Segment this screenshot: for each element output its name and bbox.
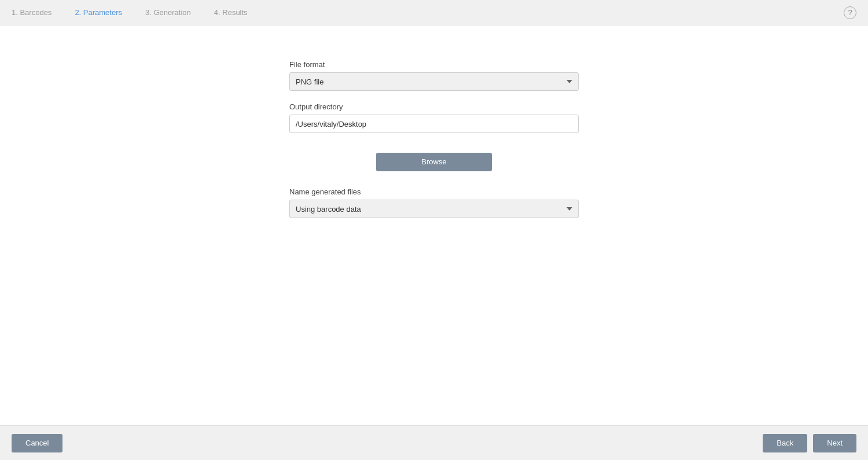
step-barcodes: 1. Barcodes [12, 8, 52, 17]
name-files-label: Name generated files [289, 187, 579, 196]
step-parameters: 2. Parameters [75, 8, 122, 17]
form-container: File format PNG file JPEG file SVG file … [289, 60, 579, 230]
step-generation: 3. Generation [145, 8, 191, 17]
back-button[interactable]: Back [763, 434, 807, 452]
output-directory-label: Output directory [289, 102, 579, 111]
footer-right: Back Next [763, 434, 856, 452]
footer-left: Cancel [12, 434, 62, 452]
step-results: 4. Results [214, 8, 248, 17]
file-format-select[interactable]: PNG file JPEG file SVG file PDF file [289, 72, 579, 91]
main-content: File format PNG file JPEG file SVG file … [0, 25, 868, 425]
output-directory-group: Output directory [289, 102, 579, 133]
output-directory-input[interactable] [289, 115, 579, 133]
file-format-group: File format PNG file JPEG file SVG file … [289, 60, 579, 91]
help-icon[interactable]: ? [844, 6, 856, 19]
top-nav: 1. Barcodes 2. Parameters 3. Generation … [0, 0, 868, 25]
cancel-button[interactable]: Cancel [12, 434, 62, 452]
next-button[interactable]: Next [813, 434, 856, 452]
name-files-group: Name generated files Using barcode data … [289, 187, 579, 218]
name-files-select[interactable]: Using barcode data Sequential numbering … [289, 200, 579, 218]
nav-steps: 1. Barcodes 2. Parameters 3. Generation … [12, 8, 248, 17]
footer: Cancel Back Next [0, 425, 868, 460]
browse-button[interactable]: Browse [376, 153, 492, 171]
file-format-label: File format [289, 60, 579, 69]
